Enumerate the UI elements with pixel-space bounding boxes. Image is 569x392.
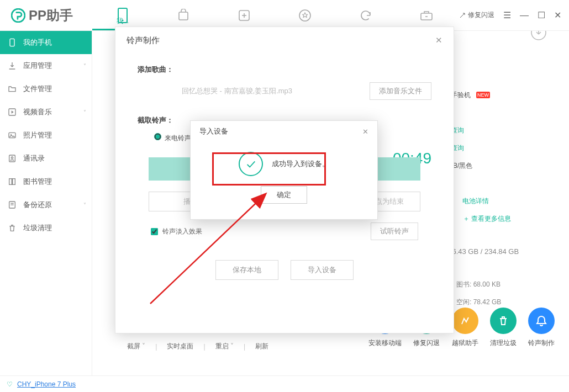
maximize-button[interactable]: ☐ xyxy=(538,10,545,20)
refresh-icon xyxy=(359,9,372,22)
window-controls: 修复闪退 ☰ — ☐ ✕ xyxy=(459,10,569,20)
cmd-live-desktop[interactable]: 实时桌面 xyxy=(167,342,193,351)
svg-rect-3 xyxy=(179,12,188,20)
label: 清理垃圾 xyxy=(490,338,517,348)
download-icon xyxy=(8,61,17,70)
image-icon xyxy=(8,131,17,140)
label: 安装移动端 xyxy=(368,338,402,348)
action-jailbreak[interactable]: 越狱助手 xyxy=(452,308,478,348)
chevron-down-icon: ˅ xyxy=(83,202,86,208)
success-check-icon xyxy=(239,152,263,176)
statusbar: ♡ CHY_iPhone 7 Plus xyxy=(0,375,569,392)
import-success-modal: 导入设备 ✕ 成功导入到设备。 确定 xyxy=(190,120,378,220)
tab-star[interactable] xyxy=(275,0,335,30)
download-circle-icon xyxy=(530,31,547,41)
logo-icon xyxy=(11,8,25,23)
cmd-refresh[interactable]: 刷新 xyxy=(255,342,268,351)
download-circle[interactable] xyxy=(530,31,547,43)
svg-rect-10 xyxy=(10,39,14,46)
star-circle-icon xyxy=(298,9,312,22)
minimize-button[interactable]: — xyxy=(520,10,529,20)
battery-detail-link[interactable]: 电池详情 xyxy=(462,197,489,206)
chevron-down-icon: ˅ xyxy=(83,63,86,69)
import-device-button[interactable]: 导入设备 xyxy=(291,260,354,280)
jailbreak-icon xyxy=(452,308,478,334)
sidebar-item-files[interactable]: 文件管理 xyxy=(0,77,92,100)
tab-my-device[interactable]: 我... xyxy=(92,0,153,30)
svg-point-0 xyxy=(12,9,25,22)
ringtone-modal-close[interactable]: ✕ xyxy=(435,35,442,45)
backup-icon xyxy=(8,200,17,209)
tab-toolbox[interactable] xyxy=(396,0,457,30)
success-message: 成功导入到设备。 xyxy=(272,159,329,169)
preview-button[interactable]: 试听铃声 xyxy=(371,223,418,240)
bag-icon xyxy=(177,9,190,22)
book-icon xyxy=(8,177,17,186)
sidebar-item-label: 文件管理 xyxy=(23,84,52,94)
sidebar-item-media[interactable]: 视频音乐 ˅ xyxy=(0,100,92,124)
sidebar-item-photos[interactable]: 照片管理 xyxy=(0,124,92,147)
storage-usage: 156.43 GB / 234.84 GB xyxy=(444,247,555,256)
action-ringtone[interactable]: 铃声制作 xyxy=(528,308,555,348)
add-song-label: 添加歌曲： xyxy=(138,65,431,75)
radio-incoming[interactable]: 来电铃声 xyxy=(154,133,191,143)
tab-loop[interactable] xyxy=(335,0,396,30)
chevron-down-icon: ˅ xyxy=(83,109,86,115)
close-button[interactable]: ✕ xyxy=(554,10,561,20)
wand-icon xyxy=(459,12,466,19)
sidebar-item-backup[interactable]: 备份还原 ˅ xyxy=(0,193,92,216)
sidebar-item-label: 图书管理 xyxy=(23,177,52,187)
app-name: PP助手 xyxy=(29,7,73,24)
sidebar-item-label: 垃圾清理 xyxy=(23,223,52,233)
sidebar-item-apps[interactable]: 应用管理 ˅ xyxy=(0,54,92,77)
ringtone-modal-header: 铃声制作 ✕ xyxy=(115,27,454,54)
tab-shop[interactable] xyxy=(153,0,214,30)
sidebar-item-label: 照片管理 xyxy=(23,130,52,140)
more-info-link[interactable]: ＋ 查看更多信息 xyxy=(463,214,511,224)
tab-add[interactable] xyxy=(214,0,275,30)
new-badge: NEW xyxy=(476,92,490,98)
sidebar-item-my-phone[interactable]: 我的手机 xyxy=(0,31,92,54)
cmd-screenshot[interactable]: 截屏 ˅ xyxy=(127,342,145,351)
sidebar-item-books[interactable]: 图书管理 xyxy=(0,170,92,193)
ringtone-icon xyxy=(528,308,555,334)
phone-icon xyxy=(8,38,17,47)
books-size: 图书: 68.00 KB xyxy=(456,280,500,289)
repair-flash-link[interactable]: 修复闪退 xyxy=(459,10,494,20)
label: 修复闪退 xyxy=(413,338,440,348)
sidebar-item-label: 我的手机 xyxy=(23,38,52,47)
add-box-icon xyxy=(238,9,251,22)
device-info-panel: 助手验机NEW 周 钱查询 钱查询 5GB/黑色 5 % 电池详情 息 ＋ 查看… xyxy=(444,86,555,311)
save-local-button[interactable]: 保存本地 xyxy=(215,260,278,280)
selected-song: 回忆总想哭 - 南宫嘉骏,姜玉阳.mp3 xyxy=(182,86,292,96)
command-row: 截屏 ˅| 实时桌面| 重启 ˅| 刷新 xyxy=(127,342,268,351)
fade-checkbox[interactable]: 铃声淡入效果 xyxy=(151,227,202,236)
sidebar-item-cleanup[interactable]: 垃圾清理 xyxy=(0,216,92,240)
svg-point-15 xyxy=(11,157,13,158)
cmd-reboot[interactable]: 重启 ˅ xyxy=(215,342,234,351)
contacts-icon xyxy=(8,154,17,163)
svg-point-7 xyxy=(299,10,310,21)
tab-my-label: 我... xyxy=(117,17,129,26)
sidebar-item-label: 视频音乐 xyxy=(23,107,52,117)
add-music-button[interactable]: 添加音乐文件 xyxy=(370,82,431,100)
play-box-icon xyxy=(8,108,17,116)
device-name-link[interactable]: CHY_iPhone 7 Plus xyxy=(17,380,76,388)
label: 越狱助手 xyxy=(452,338,478,348)
sidebar-item-label: 备份还原 xyxy=(23,200,52,210)
repair-label: 修复闪退 xyxy=(468,10,494,20)
import-modal-title: 导入设备 xyxy=(199,126,228,136)
free-size: 空闲: 78.42 GB xyxy=(456,298,501,307)
device-status-icon: ♡ xyxy=(7,380,13,388)
action-clean[interactable]: 清理垃圾 xyxy=(490,308,517,348)
trash-icon xyxy=(8,224,17,232)
ok-button[interactable]: 确定 xyxy=(261,186,307,204)
menu-button[interactable]: ☰ xyxy=(503,10,511,20)
import-modal-close[interactable]: ✕ xyxy=(362,128,368,136)
top-tabs: 我... xyxy=(92,0,459,30)
toolbox-icon xyxy=(419,9,434,22)
sidebar-item-label: 应用管理 xyxy=(23,61,52,71)
sidebar-item-label: 通讯录 xyxy=(23,153,45,163)
label: 铃声制作 xyxy=(528,338,555,348)
sidebar-item-contacts[interactable]: 通讯录 xyxy=(0,147,92,170)
